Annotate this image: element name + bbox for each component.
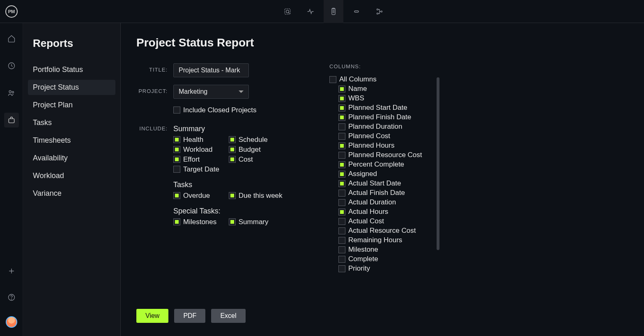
- column-actual-resource-cost-checkbox[interactable]: [338, 227, 345, 234]
- title-input[interactable]: [173, 63, 249, 77]
- column-actual-finish-date-label: Actual Finish Date: [348, 189, 405, 197]
- summary-schedule-label: Schedule: [239, 136, 268, 144]
- column-planned-resource-cost-checkbox[interactable]: [338, 152, 345, 159]
- summary-health-checkbox[interactable]: [173, 136, 180, 143]
- svg-point-19: [11, 299, 12, 299]
- sidebar-item-tasks[interactable]: Tasks: [28, 115, 115, 130]
- column-priority-label: Priority: [348, 264, 370, 273]
- column-name-checkbox[interactable]: [338, 86, 345, 93]
- sidebar-item-portfolio-status[interactable]: Portfolio Status: [28, 62, 115, 77]
- sidebar-item-availability[interactable]: Availability: [28, 151, 115, 166]
- project-select[interactable]: Marketing: [173, 85, 249, 99]
- column-planned-start-date-checkbox[interactable]: [338, 104, 345, 111]
- sidebar-item-project-status[interactable]: Project Status: [28, 80, 115, 95]
- pdf-button[interactable]: PDF: [174, 309, 205, 323]
- column-milestone-checkbox[interactable]: [338, 246, 345, 253]
- sidebar-title: Reports: [33, 37, 110, 50]
- nav-link-icon[interactable]: [347, 0, 366, 23]
- column-planned-hours-checkbox[interactable]: [338, 142, 345, 149]
- column-remaining-hours-label: Remaining Hours: [348, 236, 402, 244]
- column-percent-complete-checkbox[interactable]: [338, 161, 345, 168]
- column-wbs-checkbox[interactable]: [338, 95, 345, 102]
- include-closed-checkbox[interactable]: [173, 107, 180, 114]
- tasks-due-this-week-checkbox[interactable]: [229, 192, 236, 199]
- include-closed-label: Include Closed Projects: [183, 106, 257, 114]
- main-content: Project Status Report TITLE: PROJECT: Ma…: [121, 23, 644, 336]
- tasks-overdue-checkbox[interactable]: [173, 192, 180, 199]
- column-planned-cost-checkbox[interactable]: [338, 133, 345, 140]
- svg-point-11: [381, 11, 382, 12]
- tasks-overdue-label: Overdue: [183, 192, 210, 200]
- title-label: TITLE:: [136, 63, 173, 77]
- nav-reports-icon[interactable]: [324, 0, 343, 23]
- rail-home-icon[interactable]: [4, 31, 19, 46]
- column-planned-cost-label: Planned Cost: [348, 132, 390, 140]
- column-planned-finish-date-label: Planned Finish Date: [348, 113, 411, 121]
- special-milestones-label: Milestones: [183, 218, 216, 226]
- column-name-label: Name: [348, 85, 367, 93]
- columns-scrollbar[interactable]: [437, 77, 439, 299]
- special-summary-label: Summary: [239, 218, 269, 226]
- rail-recent-icon[interactable]: [4, 58, 19, 73]
- summary-target-date-label: Target Date: [183, 165, 219, 174]
- rail-projects-icon[interactable]: [4, 113, 19, 127]
- reports-sidebar: Reports Portfolio StatusProject StatusPr…: [23, 23, 121, 336]
- column-planned-start-date-label: Planned Start Date: [348, 104, 407, 112]
- page-title: Project Status Report: [136, 36, 628, 49]
- svg-rect-15: [9, 119, 14, 123]
- sidebar-item-timesheets[interactable]: Timesheets: [28, 133, 115, 148]
- logo-text: PM: [5, 5, 18, 18]
- summary-effort-checkbox[interactable]: [173, 156, 180, 163]
- column-actual-hours-checkbox[interactable]: [338, 209, 345, 216]
- nav-overview-icon[interactable]: [278, 0, 297, 23]
- column-complete-label: Complete: [348, 255, 378, 263]
- summary-effort-label: Effort: [183, 155, 200, 164]
- sidebar-item-workload[interactable]: Workload: [28, 168, 115, 183]
- nav-flow-icon[interactable]: [370, 0, 389, 23]
- summary-schedule-checkbox[interactable]: [229, 136, 236, 143]
- column-planned-finish-date-checkbox[interactable]: [338, 114, 345, 121]
- summary-budget-label: Budget: [239, 146, 261, 154]
- column-milestone-label: Milestone: [348, 246, 378, 254]
- column-actual-duration-checkbox[interactable]: [338, 199, 345, 206]
- special-summary-checkbox[interactable]: [229, 218, 236, 225]
- rail-help-icon[interactable]: [4, 290, 19, 305]
- nav-activity-icon[interactable]: [301, 0, 320, 23]
- column-actual-duration-label: Actual Duration: [348, 198, 396, 206]
- column-complete-checkbox[interactable]: [338, 256, 345, 263]
- summary-budget-checkbox[interactable]: [229, 146, 236, 153]
- summary-target-date-checkbox[interactable]: [173, 166, 180, 173]
- all-columns-checkbox[interactable]: [329, 76, 336, 83]
- column-priority-checkbox[interactable]: [338, 265, 345, 272]
- column-wbs-label: WBS: [348, 94, 364, 102]
- sidebar-item-variance[interactable]: Variance: [28, 186, 115, 201]
- column-planned-hours-label: Planned Hours: [348, 141, 394, 150]
- column-actual-finish-date-checkbox[interactable]: [338, 190, 345, 197]
- column-actual-start-date-checkbox[interactable]: [338, 180, 345, 187]
- view-button[interactable]: View: [136, 309, 168, 323]
- sidebar-item-project-plan[interactable]: Project Plan: [28, 97, 115, 113]
- summary-workload-checkbox[interactable]: [173, 146, 180, 153]
- svg-point-13: [9, 90, 11, 93]
- logo[interactable]: PM: [0, 5, 23, 18]
- avatar[interactable]: [6, 316, 17, 328]
- all-columns-label: All Columns: [339, 75, 377, 83]
- rail-add-icon[interactable]: [4, 264, 19, 278]
- left-rail: [0, 23, 23, 336]
- special-milestones-checkbox[interactable]: [173, 218, 180, 225]
- summary-cost-label: Cost: [239, 155, 253, 164]
- summary-health-label: Health: [183, 136, 203, 144]
- column-assigned-checkbox[interactable]: [338, 171, 345, 178]
- svg-rect-8: [354, 11, 359, 12]
- rail-team-icon[interactable]: [4, 86, 19, 100]
- column-actual-cost-checkbox[interactable]: [338, 218, 345, 225]
- svg-point-9: [377, 9, 378, 10]
- column-planned-duration-checkbox[interactable]: [338, 123, 345, 130]
- summary-cost-checkbox[interactable]: [229, 156, 236, 163]
- column-assigned-label: Assigned: [348, 170, 377, 178]
- column-actual-resource-cost-label: Actual Resource Cost: [348, 227, 416, 235]
- include-label: INCLUDE:: [136, 122, 173, 132]
- excel-button[interactable]: Excel: [211, 309, 245, 323]
- tasks-heading: Tasks: [173, 181, 283, 189]
- column-remaining-hours-checkbox[interactable]: [338, 237, 345, 244]
